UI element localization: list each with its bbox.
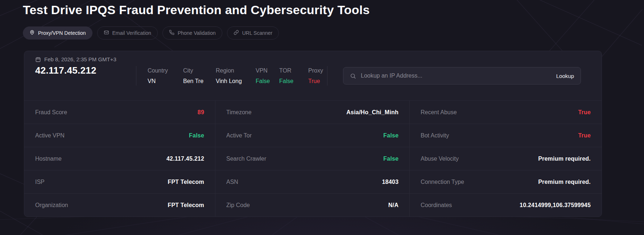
detail-label: Hostname (35, 156, 62, 162)
detail-cell-recent-abuse: Recent Abuse True (409, 100, 602, 124)
tab-label: Phone Validation (178, 30, 216, 36)
tab-phone-validation[interactable]: Phone Validation (162, 26, 222, 40)
detail-label: Fraud Score (35, 109, 67, 116)
detail-cell-active-tor: Active Tor False (215, 124, 409, 147)
link-icon (234, 30, 239, 36)
detail-label: Connection Type (421, 179, 464, 185)
detail-value: Premium required. (538, 179, 591, 185)
geo-value: Ben Tre (183, 78, 216, 84)
detail-value: N/A (388, 202, 399, 209)
tab-label: URL Scanner (242, 30, 273, 36)
detail-label: ASN (226, 179, 238, 185)
detail-label: Active VPN (35, 132, 65, 139)
geo-label: TOR (279, 67, 308, 74)
ip-result-card: Feb 8, 2026, 2:35 PM GMT+3 42.117.45.212… (24, 51, 602, 217)
detail-value: 10.2414999,106.37599945 (520, 202, 591, 209)
geo-proxy: Proxy True (308, 67, 327, 84)
detail-cell-bot-activity: Bot Activity True (409, 124, 602, 147)
tab-label: Email Verification (112, 30, 151, 36)
geo-country: Country VN (148, 67, 183, 84)
detail-value: True (578, 132, 591, 139)
detail-label: Bot Activity (421, 132, 449, 139)
geo-value: False (256, 78, 279, 84)
geo-value: False (279, 78, 308, 84)
lookup-button[interactable]: Lookup (556, 73, 574, 79)
detail-value: Asia/Ho_Chi_Minh (346, 109, 399, 116)
result-card-header: Feb 8, 2026, 2:35 PM GMT+3 42.117.45.212… (24, 51, 602, 100)
envelope-icon (104, 30, 109, 36)
detail-cell-timezone: Timezone Asia/Ho_Chi_Minh (215, 100, 409, 124)
detail-cell-isp: ISP FPT Telecom (24, 170, 215, 193)
geo-value: True (308, 78, 327, 84)
detail-cell-active-vpn: Active VPN False (24, 124, 215, 147)
detail-cell-search-crawler: Search Crawler False (215, 147, 409, 170)
ip-search-input[interactable] (360, 72, 552, 79)
lookup-timestamp: Feb 8, 2026, 2:35 PM GMT+3 (35, 56, 136, 62)
detail-cell-fraud-score: Fraud Score 89 (24, 100, 215, 124)
geo-value: Vinh Long (216, 78, 256, 84)
timestamp-text: Feb 8, 2026, 2:35 PM GMT+3 (44, 56, 116, 62)
detail-cell-asn: ASN 18403 (215, 170, 409, 193)
detail-label: Timezone (226, 109, 252, 116)
phone-icon (169, 30, 174, 36)
detail-value: 89 (198, 109, 204, 116)
tool-tabs: Proxy/VPN Detection Email Verification P… (23, 26, 279, 40)
geo-label: VPN (256, 67, 279, 74)
geo-label: Region (216, 67, 256, 74)
detail-value: 42.117.45.212 (166, 156, 204, 162)
geo-label: Country (148, 67, 183, 74)
calendar-icon (35, 57, 41, 62)
tab-proxy-vpn-detection[interactable]: Proxy/VPN Detection (23, 26, 92, 40)
detail-label: Active Tor (226, 132, 252, 139)
details-table: Fraud Score 89 Timezone Asia/Ho_Chi_Minh… (24, 100, 602, 217)
detail-value: FPT Telecom (168, 202, 204, 209)
detail-label: Zip Code (226, 202, 250, 209)
geo-value: VN (148, 78, 183, 84)
location-pin-icon (29, 30, 35, 36)
detail-value: Premium required. (538, 156, 591, 162)
ip-search-box: Lookup (343, 67, 581, 84)
page-title: Test Drive IPQS Fraud Prevention and Cyb… (23, 3, 370, 17)
detail-value: False (383, 132, 399, 139)
detail-value: True (578, 109, 591, 116)
detail-label: ISP (35, 179, 45, 185)
geo-tor: TOR False (279, 67, 308, 84)
detail-value: False (383, 156, 399, 162)
detail-label: Recent Abuse (421, 109, 457, 116)
geo-region: Region Vinh Long (216, 67, 256, 84)
detail-cell-abuse-velocity: Abuse Velocity Premium required. (409, 147, 602, 170)
detail-label: Abuse Velocity (421, 156, 459, 162)
detail-label: Coordinates (421, 202, 452, 209)
detail-value: False (189, 132, 204, 139)
detail-cell-organization: Organization FPT Telecom (24, 193, 215, 217)
header-divider (327, 66, 327, 86)
ip-address: 42.117.45.212 (35, 65, 136, 76)
geo-vpn: VPN False (256, 67, 279, 84)
detail-cell-hostname: Hostname 42.117.45.212 (24, 147, 215, 170)
geo-city: City Ben Tre (183, 67, 216, 84)
header-divider (136, 66, 136, 86)
search-icon (350, 73, 356, 79)
detail-cell-zip-code: Zip Code N/A (215, 193, 409, 217)
detail-value: 18403 (382, 179, 399, 185)
tab-email-verification[interactable]: Email Verification (97, 26, 158, 40)
tab-label: Proxy/VPN Detection (38, 30, 86, 36)
detail-label: Search Crawler (226, 156, 266, 162)
detail-value: FPT Telecom (168, 179, 204, 185)
geo-label: Proxy (308, 67, 327, 74)
geo-summary: Country VN City Ben Tre Region Vinh Long… (148, 67, 327, 84)
detail-label: Organization (35, 202, 68, 209)
tab-url-scanner[interactable]: URL Scanner (227, 26, 279, 40)
geo-label: City (183, 67, 216, 74)
detail-cell-connection-type: Connection Type Premium required. (409, 170, 602, 193)
detail-cell-coordinates: Coordinates 10.2414999,106.37599945 (409, 193, 602, 217)
